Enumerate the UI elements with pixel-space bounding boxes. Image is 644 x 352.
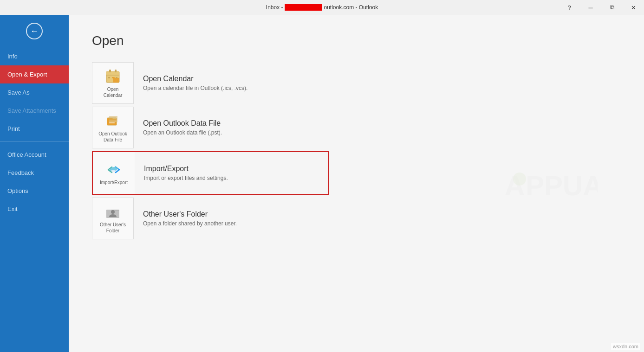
sidebar-item-info[interactable]: Info <box>0 47 69 65</box>
svg-rect-11 <box>113 78 119 83</box>
svg-point-1 <box>513 173 526 186</box>
open-data-file-title[interactable]: Open Outlook Data File <box>143 119 222 128</box>
close-button[interactable]: ✕ <box>623 0 644 15</box>
svg-rect-15 <box>109 122 115 123</box>
sidebar-item-save-attachments: Save Attachments <box>0 102 69 120</box>
open-calendar-icon-label: Open Calendar <box>104 86 123 98</box>
open-calendar-text: Open Calendar Open a calendar file in Ou… <box>134 62 257 104</box>
import-export-desc: Import or export files and settings. <box>144 175 228 181</box>
sidebar-item-feedback[interactable]: Feedback <box>0 164 69 182</box>
sidebar-item-office-account[interactable]: Office Account <box>0 146 69 164</box>
watermark: A PPUALS <box>505 165 598 202</box>
main-content: Open A PPUALS <box>69 15 644 352</box>
import-export-text: Import/Export Import or export files and… <box>135 152 237 194</box>
sidebar-divider <box>0 141 69 142</box>
open-data-file-icon-box[interactable]: Open Outlook Data File <box>92 107 134 148</box>
svg-rect-12 <box>112 77 115 78</box>
page-title: Open <box>92 33 621 48</box>
other-users-folder-row: Other User's Folder Other User's Folder … <box>92 198 621 239</box>
title-email-redacted <box>285 4 322 11</box>
open-calendar-icon-box[interactable]: Open Calendar <box>92 62 134 104</box>
back-circle-icon: ← <box>26 23 43 39</box>
title-bar: Inbox - outlook.com - Outlook ? ─ ⧉ ✕ <box>0 0 644 15</box>
sidebar-item-open-export[interactable]: Open & Export <box>0 65 69 83</box>
open-data-file-desc: Open an Outlook data file (.pst). <box>143 129 222 136</box>
sidebar-item-options[interactable]: Options <box>0 182 69 200</box>
svg-rect-4 <box>106 71 119 75</box>
import-export-icon-box[interactable]: Import/Export <box>93 152 135 194</box>
data-file-icon <box>104 112 121 129</box>
sidebar-nav: Info Open & Export Save As Save Attachme… <box>0 47 69 352</box>
wsxdn-badge: wsxdn.com <box>611 343 640 350</box>
open-calendar-title[interactable]: Open Calendar <box>143 75 247 83</box>
back-button[interactable]: ← <box>0 15 69 47</box>
other-users-folder-icon-label: Other User's Folder <box>100 222 126 234</box>
sidebar-item-print[interactable]: Print <box>0 120 69 138</box>
import-export-row: Import/Export Import/Export Import or ex… <box>92 151 329 195</box>
title-suffix: outlook.com - Outlook <box>324 4 378 11</box>
open-data-file-icon-label: Open Outlook Data File <box>98 131 127 143</box>
restore-button[interactable]: ⧉ <box>601 0 623 15</box>
help-button[interactable]: ? <box>559 0 580 15</box>
title-bar-text: Inbox - outlook.com - Outlook <box>266 4 378 11</box>
svg-rect-8 <box>108 77 110 78</box>
other-users-folder-title[interactable]: Other User's Folder <box>143 210 237 218</box>
sidebar: ← Info Open & Export Save As Save Attach… <box>0 15 69 352</box>
import-export-icon-label: Import/Export <box>100 180 128 185</box>
title-bar-controls: ? ─ ⧉ ✕ <box>559 0 644 15</box>
open-data-file-text: Open Outlook Data File Open an Outlook d… <box>134 107 231 148</box>
sidebar-item-exit[interactable]: Exit <box>0 200 69 218</box>
open-calendar-row: Open Calendar Open Calendar Open a calen… <box>92 62 621 104</box>
calendar-icon <box>104 68 121 84</box>
svg-rect-6 <box>109 70 111 72</box>
other-users-folder-icon-box[interactable]: Other User's Folder <box>92 198 134 239</box>
title-prefix: Inbox - <box>266 4 283 11</box>
svg-rect-7 <box>115 70 117 72</box>
svg-rect-16 <box>109 116 117 122</box>
open-data-file-row: Open Outlook Data File Open Outlook Data… <box>92 107 621 148</box>
option-list: Open Calendar Open Calendar Open a calen… <box>92 62 621 240</box>
open-calendar-desc: Open a calendar file in Outlook (.ics, .… <box>143 85 247 91</box>
svg-point-19 <box>111 210 115 214</box>
import-export-title[interactable]: Import/Export <box>144 165 228 173</box>
other-users-folder-text: Other User's Folder Open a folder shared… <box>134 198 246 239</box>
minimize-button[interactable]: ─ <box>580 0 601 15</box>
import-export-icon <box>105 161 122 178</box>
sidebar-item-save-as[interactable]: Save As <box>0 83 69 102</box>
svg-text:PPUALS: PPUALS <box>526 170 598 201</box>
app-body: ← Info Open & Export Save As Save Attach… <box>0 15 644 352</box>
watermark-svg: A PPUALS <box>505 165 598 202</box>
users-folder-icon <box>104 203 121 220</box>
other-users-folder-desc: Open a folder shared by another user. <box>143 220 237 227</box>
